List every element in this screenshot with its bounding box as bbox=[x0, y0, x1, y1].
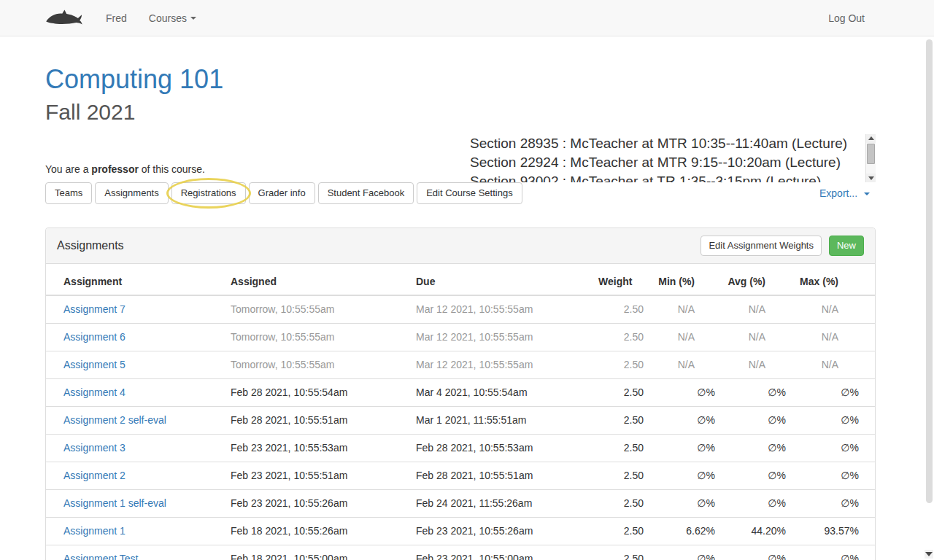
col-header-min: Min (%) bbox=[649, 264, 721, 295]
nav-user-link[interactable]: Fred bbox=[95, 12, 138, 24]
table-row: Assignment 5 Tomorrow, 10:55:55am Mar 12… bbox=[46, 351, 875, 378]
due-cell: Mar 12 2021, 10:55:55am bbox=[410, 351, 593, 378]
assigned-cell: Tomorrow, 10:55:55am bbox=[225, 323, 410, 351]
table-row: Assignment 2 Feb 23 2021, 10:55:51am Feb… bbox=[46, 462, 875, 489]
section-line: Section 22924 : McTeacher at MTR 9:15--1… bbox=[470, 153, 862, 172]
role-name: professor bbox=[91, 163, 139, 175]
assignments-table: Assignment Assigned Due Weight Min (%) A… bbox=[46, 264, 875, 560]
table-row: Assignment 3 Feb 23 2021, 10:55:53am Feb… bbox=[46, 434, 875, 462]
due-cell: Feb 28 2021, 10:55:53am bbox=[410, 434, 593, 462]
avg-cell: 44.20% bbox=[721, 517, 792, 545]
avg-cell: ∅% bbox=[721, 462, 792, 489]
max-cell: N/A bbox=[792, 351, 875, 378]
min-cell: ∅% bbox=[649, 462, 721, 489]
assignment-link[interactable]: Assignment 6 bbox=[63, 331, 126, 343]
max-cell: 93.57% bbox=[792, 517, 875, 545]
scroll-down-icon[interactable] bbox=[925, 550, 933, 559]
course-term: Fall 2021 bbox=[45, 100, 876, 125]
assigned-cell: Feb 28 2021, 10:55:54am bbox=[225, 378, 410, 406]
due-cell: Feb 23 2021, 10:55:00am bbox=[410, 545, 593, 560]
assigned-cell: Feb 18 2021, 10:55:00am bbox=[225, 545, 410, 560]
section-line: Section 28935 : McTeacher at MTR 10:35--… bbox=[470, 134, 862, 153]
min-cell: N/A bbox=[649, 351, 721, 378]
assignment-link[interactable]: Assignment 7 bbox=[63, 303, 126, 315]
edit-assignment-weights-button[interactable]: Edit Assignment Weights bbox=[700, 236, 822, 256]
assigned-cell: Feb 23 2021, 10:55:26am bbox=[225, 489, 410, 517]
table-row: Assignment 2 self-eval Feb 28 2021, 10:5… bbox=[46, 406, 875, 434]
table-row: Assignment 1 self-eval Feb 23 2021, 10:5… bbox=[46, 489, 875, 517]
min-cell: 6.62% bbox=[649, 517, 721, 545]
page-scrollbar[interactable] bbox=[924, 36, 934, 560]
edit-course-settings-button[interactable]: Edit Course Settings bbox=[417, 182, 522, 204]
nav-logout-link[interactable]: Log Out bbox=[817, 12, 876, 24]
sections-list[interactable]: Section 28935 : McTeacher at MTR 10:35--… bbox=[470, 134, 876, 182]
due-cell: Feb 23 2021, 10:55:26am bbox=[410, 517, 593, 545]
assignment-link[interactable]: Assignment 3 bbox=[63, 442, 126, 454]
col-header-weight: Weight bbox=[593, 264, 649, 295]
table-row: Assignment 6 Tomorrow, 10:55:55am Mar 12… bbox=[46, 323, 875, 351]
weight-cell: 2.50 bbox=[593, 323, 649, 351]
col-header-due: Due bbox=[410, 264, 593, 295]
avg-cell: N/A bbox=[721, 351, 792, 378]
page-scrollbar-thumb[interactable] bbox=[926, 39, 933, 503]
max-cell: ∅% bbox=[792, 545, 875, 560]
avg-cell: N/A bbox=[721, 295, 792, 324]
min-cell: ∅% bbox=[649, 545, 721, 560]
max-cell: ∅% bbox=[792, 489, 875, 517]
nav-courses-dropdown[interactable]: Courses bbox=[138, 12, 207, 24]
min-cell: ∅% bbox=[649, 378, 721, 406]
assigned-cell: Feb 28 2021, 10:55:51am bbox=[225, 406, 410, 434]
weight-cell: 2.50 bbox=[593, 462, 649, 489]
grader-info-button[interactable]: Grader info bbox=[249, 182, 315, 204]
assignment-link[interactable]: Assignment 1 bbox=[63, 525, 126, 537]
min-cell: N/A bbox=[649, 323, 721, 351]
assignments-panel: Assignments Edit Assignment Weights New … bbox=[45, 228, 876, 560]
section-line: Section 93002 : McTeacher at TR 1:35--3:… bbox=[470, 172, 862, 182]
assignments-panel-heading: Assignments Edit Assignment Weights New bbox=[46, 228, 875, 264]
avg-cell: N/A bbox=[721, 323, 792, 351]
course-toolbar: Teams Assignments Registrations Grader i… bbox=[45, 182, 876, 204]
max-cell: ∅% bbox=[792, 434, 875, 462]
export-dropdown[interactable]: Export... bbox=[819, 187, 876, 199]
teams-button[interactable]: Teams bbox=[45, 182, 92, 204]
table-row: Assignment 4 Feb 28 2021, 10:55:54am Mar… bbox=[46, 378, 875, 406]
sections-scrollbar[interactable] bbox=[865, 134, 876, 182]
min-cell: ∅% bbox=[649, 434, 721, 462]
max-cell: ∅% bbox=[792, 406, 875, 434]
max-cell: N/A bbox=[792, 323, 875, 351]
new-assignment-button[interactable]: New bbox=[829, 236, 864, 256]
max-cell: N/A bbox=[792, 295, 875, 324]
sections-scrollbar-thumb[interactable] bbox=[867, 144, 875, 164]
scroll-down-icon[interactable] bbox=[866, 174, 876, 182]
assignments-table-body: Assignment 7 Tomorrow, 10:55:55am Mar 12… bbox=[46, 295, 875, 560]
col-header-avg: Avg (%) bbox=[721, 264, 792, 295]
weight-cell: 2.50 bbox=[593, 406, 649, 434]
assigned-cell: Tomorrow, 10:55:55am bbox=[225, 295, 410, 324]
assignment-link[interactable]: Assignment 1 self-eval bbox=[63, 497, 166, 509]
navbar: Fred Courses Log Out bbox=[0, 0, 934, 36]
page-title: Computing 101 bbox=[45, 64, 876, 94]
student-facebook-button[interactable]: Student Facebook bbox=[318, 182, 414, 204]
assignment-link[interactable]: Assignment 5 bbox=[63, 359, 126, 370]
col-header-assigned: Assigned bbox=[225, 264, 410, 295]
min-cell: N/A bbox=[649, 295, 721, 324]
assignment-link[interactable]: Assignment 4 bbox=[63, 386, 126, 398]
brand-logo[interactable] bbox=[45, 9, 83, 28]
min-cell: ∅% bbox=[649, 406, 721, 434]
table-row: Assignment 7 Tomorrow, 10:55:55am Mar 12… bbox=[46, 295, 875, 324]
main-content: Computing 101 Fall 2021 Section 28935 : … bbox=[45, 64, 876, 560]
avg-cell: ∅% bbox=[721, 545, 792, 560]
weight-cell: 2.50 bbox=[593, 489, 649, 517]
registrations-button[interactable]: Registrations bbox=[171, 182, 246, 204]
assignments-button[interactable]: Assignments bbox=[95, 182, 168, 204]
weight-cell: 2.50 bbox=[593, 378, 649, 406]
avg-cell: ∅% bbox=[721, 406, 792, 434]
weight-cell: 2.50 bbox=[593, 295, 649, 324]
chevron-down-icon bbox=[864, 192, 870, 195]
assignment-link[interactable]: Assignment 2 bbox=[63, 470, 126, 481]
weight-cell: 2.50 bbox=[593, 545, 649, 560]
assignment-link[interactable]: Assignment Test bbox=[63, 553, 138, 560]
scroll-up-icon[interactable] bbox=[866, 134, 876, 143]
assignment-link[interactable]: Assignment 2 self-eval bbox=[63, 414, 166, 426]
weight-cell: 2.50 bbox=[593, 434, 649, 462]
